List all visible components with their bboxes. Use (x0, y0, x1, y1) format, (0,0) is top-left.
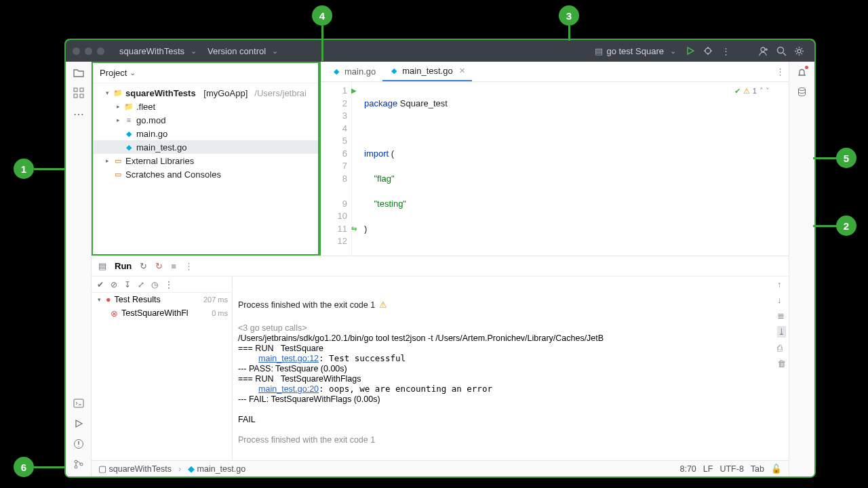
sort-icon[interactable]: ↧ (124, 280, 131, 289)
tab-main-go[interactable]: ◆main.go (325, 62, 382, 81)
breadcrumb-file[interactable]: ◆ main_test.go (188, 464, 245, 474)
run-gutter-icon[interactable]: ⇆ (351, 223, 357, 236)
project-name: squareWithTests (119, 46, 184, 56)
console-link[interactable]: main_test.go:12 (258, 354, 319, 363)
project-tree[interactable]: ▾📁squareWithTests [myGoApp]/Users/jetbra… (93, 83, 318, 184)
project-panel-header[interactable]: Project (93, 63, 318, 83)
indent[interactable]: Tab (751, 464, 764, 474)
svg-rect-4 (74, 88, 77, 92)
callout-3-lead (568, 26, 570, 41)
callout-5: 5 (836, 148, 856, 168)
tab-label: main.go (344, 66, 376, 77)
code-body[interactable]: package Square_test import ( "flag" "tes… (352, 82, 789, 256)
clear-icon[interactable]: 🗑 (777, 359, 786, 369)
notifications-icon[interactable] (797, 67, 807, 77)
console-line: Process finished with the exit code 1 (238, 435, 375, 445)
cursor-pos[interactable]: 8:70 (679, 464, 696, 474)
readonly-icon[interactable]: 🔓 (771, 464, 782, 474)
run-gutter-icon[interactable]: ▶ (351, 85, 357, 98)
svg-point-12 (80, 463, 83, 466)
tree-file-main[interactable]: ◆main.go (93, 127, 318, 140)
test-item-time: 0 ms (212, 309, 228, 317)
encoding[interactable]: UTF-8 (719, 464, 743, 474)
database-icon[interactable] (797, 87, 807, 97)
tab-main-test-go[interactable]: ◆main_test.go✕ (382, 62, 471, 81)
tabs-more-icon[interactable]: ⋮ (776, 66, 785, 77)
close-dot[interactable] (73, 47, 80, 55)
history-icon[interactable]: ◷ (151, 280, 158, 289)
more-icon[interactable]: ⋮ (184, 261, 193, 271)
git-tool-icon[interactable] (73, 459, 84, 470)
problems-tool-icon[interactable] (73, 439, 84, 449)
run-tool-icon[interactable] (73, 418, 84, 429)
callout-4-lead (321, 26, 323, 61)
test-item-fail[interactable]: ⊗TestSquareWithFl0 ms (92, 306, 232, 320)
console-output[interactable]: Process finished with the exit code 1⚠ <… (233, 277, 789, 460)
svg-rect-6 (74, 94, 77, 98)
go-file-icon: ◆ (389, 66, 399, 76)
project-tool-icon[interactable] (73, 67, 84, 78)
breadcrumb-sep: › (178, 464, 181, 474)
ignored-filter-icon[interactable]: ⊘ (111, 280, 117, 289)
tree-root[interactable]: ▾📁squareWithTests [myGoApp]/Users/jetbra… (93, 86, 318, 100)
editor-gutter: 1▶ 2 3 4 5 6 7 8 9 10 11⇆ 12 (321, 82, 352, 256)
search-icon[interactable] (772, 42, 790, 60)
print-icon[interactable]: ⎙ (777, 343, 786, 353)
tree-folder-fleet[interactable]: ▸📁.fleet (93, 100, 318, 113)
console-link[interactable]: main_test.go:20 (258, 384, 319, 394)
soft-wrap-icon[interactable]: ≣ (777, 310, 786, 321)
tree-ext-libraries[interactable]: ▸▭External Libraries (93, 154, 318, 167)
test-tree[interactable]: ✔ ⊘ ↧ ⤢ ◷ ⋮ ▾●Test Results207 ms ⊗TestSq… (92, 277, 233, 460)
more-actions-icon[interactable]: ⋮ (717, 42, 734, 60)
line-sep[interactable]: LF (703, 464, 713, 474)
stop-icon[interactable]: ■ (171, 261, 176, 271)
tree-root-path: /Users/jetbrai (254, 88, 307, 98)
test-root-time: 207 ms (203, 296, 228, 304)
left-toolbar: ⋯ (66, 62, 92, 476)
debug-button[interactable] (699, 42, 717, 60)
code-with-me-icon[interactable] (755, 42, 772, 60)
scroll-end-icon[interactable]: ⤓ (777, 326, 786, 338)
console-line: === RUN TestSquareWithFlags (238, 374, 361, 384)
vcs-menu[interactable]: Version control (202, 44, 283, 58)
svg-point-3 (797, 49, 801, 53)
settings-icon[interactable] (790, 42, 808, 60)
project-panel: Project ▾📁squareWithTests [myGoApp]/User… (92, 62, 319, 256)
project-selector[interactable]: squareWithTests (114, 44, 202, 58)
folder-icon: 📁 (113, 88, 123, 98)
test-results-root[interactable]: ▾●Test Results207 ms (92, 293, 232, 306)
run-config-selector[interactable]: ▤ go test Square (589, 44, 682, 58)
more-icon[interactable]: ⋮ (165, 280, 173, 289)
tree-file-maintest[interactable]: ◆main_test.go (93, 140, 318, 154)
rerun-failed-icon[interactable]: ↻ (155, 261, 163, 271)
callout-1-lead (34, 168, 65, 170)
test-root-label: Test Results (115, 295, 161, 304)
warning-icon: ⚠ (379, 300, 387, 310)
min-dot[interactable] (85, 47, 92, 55)
passed-filter-icon[interactable]: ✔ (97, 280, 104, 289)
expand-icon[interactable]: ⤢ (138, 280, 144, 289)
window-controls[interactable] (73, 47, 104, 55)
scroll-up-icon[interactable]: ↑ (777, 279, 786, 289)
run-button[interactable] (682, 42, 699, 60)
vcs-label: Version control (208, 46, 266, 56)
inspection-badge[interactable]: ✔⚠1 ˄ ˅ (734, 85, 770, 98)
rerun-icon[interactable]: ↻ (140, 261, 147, 271)
titlebar: squareWithTests Version control ▤ go tes… (66, 40, 814, 62)
structure-tool-icon[interactable] (73, 87, 84, 98)
more-tools-icon[interactable]: ⋯ (73, 108, 84, 121)
callout-2: 2 (836, 216, 856, 236)
ide-window: squareWithTests Version control ▤ go tes… (64, 39, 816, 478)
breadcrumb-root[interactable]: ▢ squareWithTests (98, 464, 172, 474)
code-editor[interactable]: 1▶ 2 3 4 5 6 7 8 9 10 11⇆ 12 (321, 82, 789, 256)
svg-point-10 (75, 460, 77, 463)
editor-area: ◆main.go ◆main_test.go✕ ⋮ 1▶ 2 3 4 5 6 (319, 62, 789, 256)
scroll-down-icon[interactable]: ↓ (777, 295, 786, 305)
svg-rect-7 (80, 94, 83, 98)
tree-file-gomod[interactable]: ▸≡go.mod (93, 113, 318, 127)
max-dot[interactable] (97, 47, 104, 55)
terminal-tool-icon[interactable] (73, 398, 84, 409)
close-icon[interactable]: ✕ (459, 66, 465, 75)
tree-scratches[interactable]: ▭Scratches and Consoles (93, 167, 318, 181)
tree-item-label: main.go (136, 129, 167, 139)
